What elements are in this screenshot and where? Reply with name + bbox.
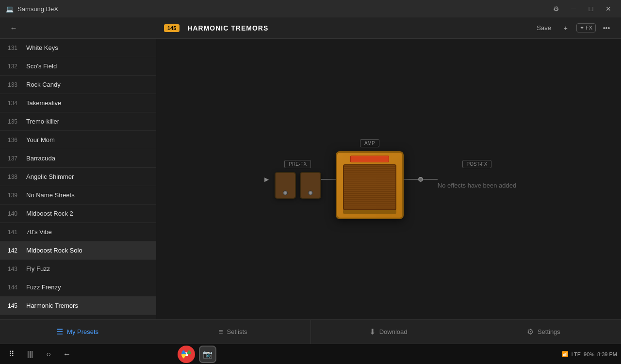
save-button[interactable]: Save — [533, 22, 555, 33]
preset-num: 136 — [8, 137, 21, 143]
tab-my-presets[interactable]: ☰ My Presets — [0, 320, 155, 344]
preset-item-141[interactable]: 141 70's Vibe — [0, 223, 156, 241]
app-icon: 💻 — [6, 5, 14, 13]
add-icon-button[interactable]: + — [559, 21, 572, 35]
preset-num: 135 — [8, 118, 21, 125]
preset-item-133[interactable]: 133 Rock Candy — [0, 76, 156, 94]
preset-name: Angelic Shimmer — [26, 173, 74, 180]
chain-connector-2 — [404, 177, 438, 182]
camera-app[interactable]: 📷 — [199, 346, 216, 363]
preset-item-138[interactable]: 138 Angelic Shimmer — [0, 168, 156, 186]
network-status: 📶 — [562, 351, 569, 357]
secondary-bar: ← 🔍 ≡ + 145 HARMONIC TREMORS Save + ✦ FX… — [0, 17, 621, 39]
preset-name: 70's Vibe — [26, 228, 52, 236]
my-presets-icon: ☰ — [56, 327, 63, 336]
preset-item-132[interactable]: 132 Sco's Field — [0, 57, 156, 76]
preset-item-142[interactable]: 142 Midboost Rock Solo — [0, 241, 156, 260]
preset-num: 133 — [8, 81, 21, 88]
amp-grill — [343, 164, 396, 210]
post-fx-section: POST-FX No effects have been added — [438, 160, 516, 199]
pedal-knob-2 — [308, 190, 313, 195]
preset-item-136[interactable]: 136 Your Mom — [0, 131, 156, 149]
content-area: ▶ PRE-FX AMP — [156, 39, 621, 319]
preset-item-145[interactable]: 145 Harmonic Tremors — [0, 297, 156, 315]
preset-item-140[interactable]: 140 Midboost Rock 2 — [0, 205, 156, 223]
post-fx-label: POST-FX — [462, 160, 492, 168]
preset-item-131[interactable]: 131 White Keys — [0, 39, 156, 57]
pre-fx-label: PRE-FX — [284, 160, 311, 168]
chrome-app[interactable] — [178, 346, 195, 363]
maximize-button[interactable]: □ — [584, 2, 598, 16]
tab-setlists[interactable]: ≡ Setlists — [155, 320, 310, 344]
amp-section: AMP — [336, 139, 404, 219]
home-icon[interactable]: ○ — [41, 347, 56, 362]
header-right: Save + ✦ FX ••• — [533, 21, 613, 35]
pedal-1[interactable] — [275, 172, 296, 199]
amp-top-strip — [350, 156, 389, 162]
setlists-label: Setlists — [227, 328, 247, 335]
preset-title: HARMONIC TREMORS — [187, 24, 268, 32]
preset-name: White Keys — [26, 44, 58, 51]
preset-num: 137 — [8, 155, 21, 162]
title-bar-left: 💻 Samsung DeX — [6, 5, 58, 13]
taskbar: ⠿ ||| ○ ← 📷 📶 LTE 90% 8:39 PM — [0, 344, 621, 364]
my-presets-label: My Presets — [67, 328, 98, 335]
preset-item-139[interactable]: 139 No Name Streets — [0, 186, 156, 205]
preset-name: Midboost Rock Solo — [26, 247, 82, 254]
preset-title-area: 145 HARMONIC TREMORS — [164, 24, 268, 32]
preset-num: 144 — [8, 284, 21, 291]
preset-num: 143 — [8, 266, 21, 272]
taskbar-right: 📶 LTE 90% 8:39 PM — [562, 351, 617, 357]
preset-list: 131 White Keys 132 Sco's Field 133 Rock … — [0, 39, 156, 319]
settings-icon: ⚙ — [527, 327, 534, 336]
no-effects-text: No effects have been added — [438, 182, 516, 189]
lte-status: LTE — [572, 351, 581, 357]
title-bar: 💻 Samsung DeX ⚙ ─ □ ✕ — [0, 0, 621, 17]
preset-num: 142 — [8, 247, 21, 254]
preset-num: 131 — [8, 45, 21, 51]
preset-item-144[interactable]: 144 Fuzz Frenzy — [0, 278, 156, 297]
title-bar-controls: ⚙ ─ □ ✕ — [549, 2, 615, 16]
play-button[interactable]: ▶ — [261, 174, 273, 185]
fx-button[interactable]: ✦ FX — [576, 23, 596, 32]
back-taskbar-icon[interactable]: ← — [59, 347, 75, 362]
download-icon: ⬇ — [369, 327, 376, 336]
preset-name: Barracuda — [26, 155, 55, 162]
taskbar-center: 📷 — [77, 346, 317, 363]
preset-name: No Name Streets — [26, 191, 75, 199]
preset-name: Tremo-killer — [26, 118, 59, 125]
battery-status: 90% — [584, 351, 594, 357]
tab-settings[interactable]: ⚙ Settings — [466, 320, 621, 344]
close-button[interactable]: ✕ — [602, 2, 615, 16]
signal-chain: ▶ PRE-FX AMP — [156, 39, 621, 319]
content-header: 145 HARMONIC TREMORS Save + ✦ FX ••• — [156, 17, 621, 39]
preset-name: Harmonic Tremors — [26, 302, 78, 309]
pedal-2[interactable] — [300, 172, 321, 199]
camera-icon: 📷 — [203, 349, 212, 359]
settings-button[interactable]: ⚙ — [549, 2, 563, 16]
preset-item-143[interactable]: 143 Fly Fuzz — [0, 260, 156, 278]
bottom-tabs: ☰ My Presets ≡ Setlists ⬇ Download ⚙ Set… — [0, 319, 621, 344]
preset-num: 140 — [8, 210, 21, 217]
preset-item-134[interactable]: 134 Takemealive — [0, 94, 156, 112]
apps-icon[interactable]: ⠿ — [4, 347, 19, 362]
pre-fx-section: PRE-FX — [275, 160, 321, 199]
tab-download[interactable]: ⬇ Download — [311, 320, 466, 344]
more-button[interactable]: ••• — [600, 21, 613, 35]
menu-icon[interactable]: ||| — [22, 347, 38, 362]
back-button[interactable]: ← — [6, 20, 21, 36]
preset-name: Takemealive — [26, 99, 61, 107]
amp-box[interactable] — [336, 151, 404, 219]
preset-name: Midboost Rock 2 — [26, 210, 73, 217]
chain-dot — [418, 177, 423, 182]
preset-name: Sco's Field — [26, 63, 57, 70]
app-title: Samsung DeX — [17, 5, 58, 13]
amp-bottom-strip — [343, 210, 396, 214]
minimize-button[interactable]: ─ — [567, 2, 580, 16]
amp-label: AMP — [360, 139, 379, 147]
preset-num: 139 — [8, 192, 21, 199]
preset-name: Fuzz Frenzy — [26, 284, 61, 291]
pedal-knob-1 — [283, 190, 288, 195]
preset-item-135[interactable]: 135 Tremo-killer — [0, 112, 156, 131]
preset-item-137[interactable]: 137 Barracuda — [0, 149, 156, 168]
